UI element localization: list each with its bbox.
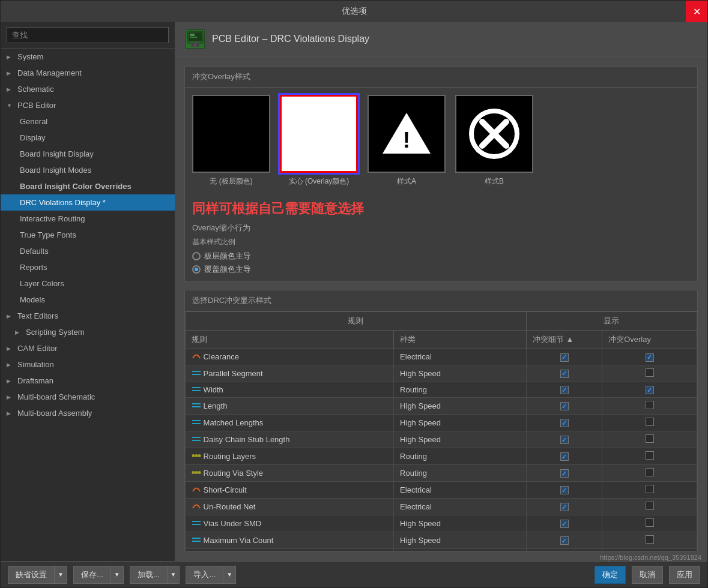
sidebar-item-reports[interactable]: Reports [1,259,175,275]
defaults-button[interactable]: 缺省设置 [8,566,55,584]
sidebar-item-scripting-system[interactable]: ▶ Scripting System [1,324,175,340]
overlay-checkbox[interactable] [602,365,697,382]
overlay-checkbox[interactable] [602,448,697,465]
save-arrow[interactable]: ▼ [111,566,124,584]
detail-checkbox[interactable] [526,448,602,465]
radio-dot-board-color [192,252,201,260]
save-button[interactable]: 保存... [73,566,111,584]
overlay-checkbox[interactable] [602,549,697,551]
sidebar-item-general[interactable]: General [1,113,175,130]
sidebar-item-display[interactable]: Display [1,130,175,146]
overlay-card-style-a[interactable]: ! 样式A [368,95,446,187]
expand-arrow: ▶ [7,378,14,384]
detail-checkbox[interactable] [526,465,602,482]
sidebar-item-layer-colors[interactable]: Layer Colors [1,275,175,292]
detail-checkbox[interactable] [526,532,602,549]
card-img-solid [280,95,358,173]
subheader-type: 种类 [394,331,527,349]
load-arrow[interactable]: ▼ [168,566,180,584]
rule-name: Minimum Annular Ring [186,549,394,551]
detail-checkbox[interactable] [526,499,602,515]
drc-table-title: 选择DRC冲突显示样式 [185,290,697,311]
rule-name: Daisy Chain Stub Length [186,431,394,448]
sidebar-item-true-type-fonts[interactable]: True Type Fonts [1,227,175,243]
preferences-window: 优选项 ✕ ▶ System ▶ Data Management ▶ Schem… [0,0,708,588]
search-box [1,22,175,49]
overlay-checkbox[interactable] [602,482,697,499]
load-button[interactable]: 加载... [130,566,168,584]
overlay-checkbox[interactable] [602,382,697,398]
detail-checkbox[interactable] [526,549,602,551]
radio-dot-overlay-color [192,265,201,274]
warning-triangle-icon: ! [380,107,434,161]
expand-arrow: ▶ [7,54,14,60]
overlay-checkbox[interactable] [602,431,697,448]
rule-type: Manufacturing [394,549,527,551]
overlay-card-style-b[interactable]: 样式B [455,95,533,187]
table-row: Routing Via Style Routing [186,465,697,482]
rule-type: Routing [394,382,527,398]
sidebar-item-schematic[interactable]: ▶ Schematic [1,81,175,97]
overlay-card-none[interactable]: 无 (板层颜色) [192,95,270,187]
overlay-checkbox[interactable] [602,465,697,482]
overlay-checkbox[interactable] [602,499,697,515]
search-input[interactable] [7,27,169,43]
sidebar-item-simulation[interactable]: ▶ Simulation [1,356,175,373]
ok-button[interactable]: 确定 [595,566,626,584]
x-circle-icon [467,107,521,161]
rule-type: High Speed [394,515,527,532]
rule-type: Electrical [394,499,527,515]
table-row: Un-Routed Net Electrical [186,499,697,515]
radio-board-color[interactable]: 板层颜色主导 [192,251,690,262]
detail-checkbox[interactable] [526,482,602,499]
cancel-button[interactable]: 取消 [632,566,663,584]
card-img-none [192,95,270,173]
detail-checkbox[interactable] [526,349,602,365]
detail-checkbox[interactable] [526,398,602,415]
col-header-display: 显示 [526,312,697,331]
detail-checkbox[interactable] [526,382,602,398]
sidebar-item-text-editors[interactable]: ▶ Text Editors [1,308,175,324]
sidebar-item-interactive-routing[interactable]: Interactive Routing [1,211,175,227]
panel-body: 冲突Overlay样式 无 (板层颜色) 实心 (Overlay颜色) [175,56,707,561]
sidebar-item-pcb-editor[interactable]: ▼ PCB Editor [1,97,175,113]
close-button[interactable]: ✕ [686,1,707,22]
radio-overlay-color[interactable]: 覆盖颜色主导 [192,264,690,275]
sidebar-item-multi-board-schematic[interactable]: ▶ Multi-board Schematic [1,389,175,405]
table-row: Matched Lengths High Speed [186,415,697,431]
sidebar-item-defaults[interactable]: Defaults [1,243,175,259]
detail-checkbox[interactable] [526,515,602,532]
overlay-checkbox[interactable] [602,532,697,549]
table-row: Minimum Annular Ring Manufacturing [186,549,697,551]
radio-group: 板层颜色主导 覆盖颜色主导 [192,251,690,275]
rule-name: Matched Lengths [186,415,394,431]
overlay-checkbox[interactable] [602,398,697,415]
import-arrow[interactable]: ▼ [223,566,236,584]
apply-button[interactable]: 应用 [669,566,700,584]
overlay-checkbox[interactable] [602,349,697,365]
defaults-arrow[interactable]: ▼ [55,566,67,584]
sidebar-item-draftsman[interactable]: ▶ Draftsman [1,373,175,389]
detail-checkbox[interactable] [526,415,602,431]
sidebar-item-cam-editor[interactable]: ▶ CAM Editor [1,340,175,356]
sidebar-item-drc-violations-display[interactable]: DRC Violations Display * [1,194,175,211]
expand-arrow: ▼ [7,103,14,109]
sidebar-item-board-insight-display[interactable]: Board Insight Display [1,146,175,162]
drc-table-wrapper[interactable]: 规则 显示 规则 种类 冲突细节 ▲ 冲突Overlay [185,311,697,551]
overlay-card-solid[interactable]: 实心 (Overlay颜色) [280,95,358,187]
sidebar-item-system[interactable]: ▶ System [1,49,175,65]
import-button[interactable]: 导入... [186,566,223,584]
overlay-checkbox[interactable] [602,415,697,431]
sidebar-item-board-insight-color-overrides[interactable]: Board Insight Color Overrides [1,178,175,194]
svg-rect-2 [190,34,195,36]
sidebar-item-multi-board-assembly[interactable]: ▶ Multi-board Assembly [1,405,175,421]
overlay-checkbox[interactable] [602,515,697,532]
sidebar-item-data-management[interactable]: ▶ Data Management [1,65,175,81]
watermark: https://blog.csdn.net/qq_35391824 [600,554,701,561]
bottom-bar: 缺省设置 ▼ 保存... ▼ 加载... ▼ 导入... ▼ 确定 取消 应用 [1,561,707,587]
sidebar-item-board-insight-modes[interactable]: Board Insight Modes [1,162,175,178]
detail-checkbox[interactable] [526,431,602,448]
drc-table-section: 选择DRC冲突显示样式 规则 显示 规则 种类 [184,290,698,551]
sidebar-item-models[interactable]: Models [1,292,175,308]
detail-checkbox[interactable] [526,365,602,382]
